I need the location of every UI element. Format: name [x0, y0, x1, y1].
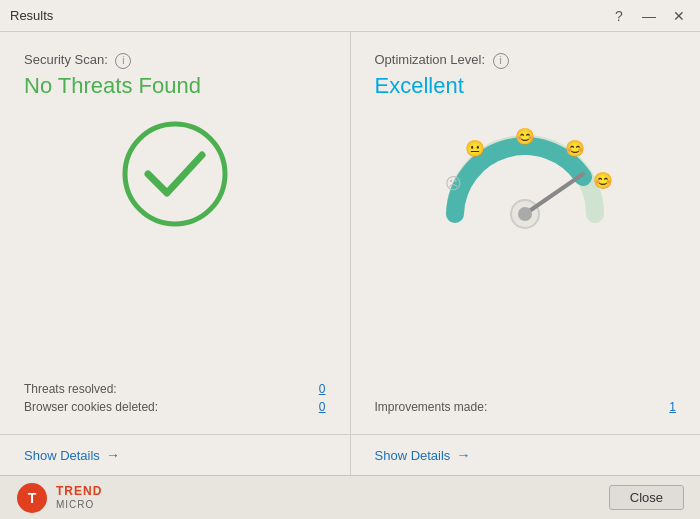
title-bar-controls: ? — ✕	[608, 5, 690, 27]
panels: Security Scan: i No Threats Found Threat…	[0, 32, 700, 434]
security-stats: Threats resolved: 0 Browser cookies dele…	[24, 382, 326, 418]
minimize-icon: —	[642, 8, 656, 24]
security-info-icon[interactable]: i	[115, 53, 131, 69]
optimization-label: Optimization Level: i	[375, 52, 509, 69]
cookies-deleted-label: Browser cookies deleted:	[24, 400, 158, 414]
optimization-status: Excellent	[375, 73, 464, 99]
cookies-deleted-row: Browser cookies deleted: 0	[24, 400, 326, 414]
svg-point-0	[125, 124, 225, 224]
security-show-details-link[interactable]: Show Details →	[24, 447, 326, 463]
minimize-button[interactable]: —	[638, 5, 660, 27]
close-button[interactable]: Close	[609, 485, 684, 510]
improvements-row: Improvements made: 1	[375, 400, 677, 414]
security-arrow-icon: →	[106, 447, 120, 463]
brand-micro-text: MICRO	[56, 499, 102, 510]
gauge-wrapper: ☹ 😐 😊 😊 😊	[435, 119, 615, 239]
threats-resolved-value[interactable]: 0	[319, 382, 326, 396]
optimization-info-icon[interactable]: i	[493, 53, 509, 69]
cookies-deleted-value[interactable]: 0	[319, 400, 326, 414]
brand: T TREND MICRO	[16, 482, 102, 514]
face-neutral-top-icon: 😊	[515, 127, 535, 146]
optimization-panel: Optimization Level: i Excellent ☹ 😐 😊 😊 …	[351, 32, 701, 434]
show-details-row: Show Details → Show Details →	[0, 434, 700, 475]
footer: T TREND MICRO Close	[0, 475, 700, 519]
improvements-label: Improvements made:	[375, 400, 488, 414]
face-neutral-left-icon: 😐	[465, 139, 485, 158]
security-scan-label: Security Scan: i	[24, 52, 131, 69]
optimization-show-details-panel: Show Details →	[351, 435, 701, 475]
window-title: Results	[10, 8, 53, 23]
svg-text:T: T	[28, 490, 37, 506]
security-status: No Threats Found	[24, 73, 201, 99]
optimization-stats: Improvements made: 1	[375, 400, 677, 418]
face-neutral-right-icon: 😊	[565, 139, 585, 158]
svg-point-3	[518, 207, 532, 221]
security-show-details-panel: Show Details →	[0, 435, 351, 475]
security-show-details-label: Show Details	[24, 448, 100, 463]
svg-line-2	[525, 174, 583, 214]
gauge-container: ☹ 😐 😊 😊 😊	[375, 119, 677, 239]
title-bar: Results ? — ✕	[0, 0, 700, 32]
face-bad-icon: ☹	[445, 174, 462, 193]
face-excellent-icon: 😊	[593, 171, 613, 190]
optimization-show-details-link[interactable]: Show Details →	[375, 447, 677, 463]
help-icon: ?	[615, 8, 623, 24]
close-window-button[interactable]: ✕	[668, 5, 690, 27]
checkmark-circle-icon	[120, 119, 230, 229]
brand-trend-text: TREND	[56, 485, 102, 498]
threats-resolved-row: Threats resolved: 0	[24, 382, 326, 396]
help-button[interactable]: ?	[608, 5, 630, 27]
threats-resolved-label: Threats resolved:	[24, 382, 117, 396]
security-scan-panel: Security Scan: i No Threats Found Threat…	[0, 32, 351, 434]
optimization-show-details-label: Show Details	[375, 448, 451, 463]
improvements-value[interactable]: 1	[669, 400, 676, 414]
brand-logo-icon: T	[16, 482, 48, 514]
optimization-arrow-icon: →	[456, 447, 470, 463]
checkmark-container	[24, 119, 326, 229]
brand-name: TREND MICRO	[56, 485, 102, 509]
main-content: Security Scan: i No Threats Found Threat…	[0, 32, 700, 475]
close-window-icon: ✕	[673, 8, 685, 24]
